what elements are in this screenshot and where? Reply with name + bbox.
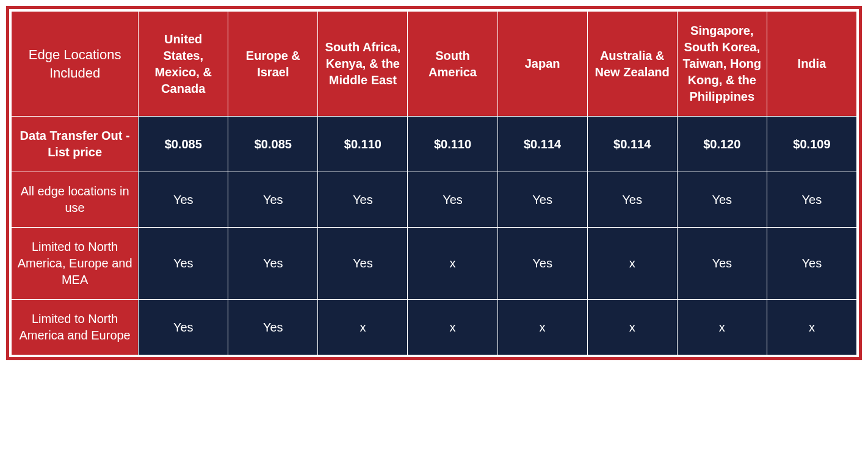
cell: Yes <box>318 172 408 228</box>
cell: Yes <box>139 300 228 355</box>
cell: Yes <box>228 172 318 228</box>
cell: $0.110 <box>318 117 408 172</box>
header-row: Edge Locations Included United States, M… <box>12 12 857 117</box>
cell: Yes <box>677 228 767 300</box>
table-row: Limited to North America and Europe Yes … <box>12 300 857 355</box>
col-header: Europe & Israel <box>228 12 318 117</box>
col-header: Singapore, South Korea, Taiwan, Hong Kon… <box>677 12 767 117</box>
col-header: United States, Mexico, & Canada <box>139 12 228 117</box>
cell: Yes <box>677 172 767 228</box>
cell: Yes <box>767 172 856 228</box>
row-header: Limited to North America, Europe and MEA <box>12 228 139 300</box>
col-header: India <box>767 12 856 117</box>
table-border-wrap: Edge Locations Included United States, M… <box>6 6 862 360</box>
cell: Yes <box>228 228 318 300</box>
cell: $0.120 <box>677 117 767 172</box>
pricing-table: Edge Locations Included United States, M… <box>11 11 857 355</box>
cell: x <box>587 300 677 355</box>
table-row: Limited to North America, Europe and MEA… <box>12 228 857 300</box>
cell: Yes <box>587 172 677 228</box>
col-header: South America <box>408 12 497 117</box>
cell: Yes <box>139 172 228 228</box>
row-header: Data Transfer Out - List price <box>12 117 139 172</box>
cell: $0.085 <box>228 117 318 172</box>
cell: x <box>587 228 677 300</box>
row-header: Limited to North America and Europe <box>12 300 139 355</box>
cell: Yes <box>497 228 587 300</box>
col-header: Australia & New Zealand <box>587 12 677 117</box>
corner-header: Edge Locations Included <box>12 12 139 117</box>
cell: x <box>318 300 408 355</box>
cell: x <box>677 300 767 355</box>
cell: Yes <box>139 228 228 300</box>
cell: x <box>767 300 856 355</box>
cell: $0.085 <box>139 117 228 172</box>
col-header: South Africa, Kenya, & the Middle East <box>318 12 408 117</box>
cell: $0.110 <box>408 117 497 172</box>
cell: Yes <box>767 228 856 300</box>
cell: Yes <box>318 228 408 300</box>
cell: Yes <box>497 172 587 228</box>
cell: $0.109 <box>767 117 856 172</box>
table-row: All edge locations in use Yes Yes Yes Ye… <box>12 172 857 228</box>
row-header: All edge locations in use <box>12 172 139 228</box>
cell: x <box>497 300 587 355</box>
table-row: Data Transfer Out - List price $0.085 $0… <box>12 117 857 172</box>
col-header: Japan <box>497 12 587 117</box>
cell: x <box>408 300 497 355</box>
cell: $0.114 <box>587 117 677 172</box>
cell: Yes <box>408 172 497 228</box>
cell: $0.114 <box>497 117 587 172</box>
cell: Yes <box>228 300 318 355</box>
cell: x <box>408 228 497 300</box>
